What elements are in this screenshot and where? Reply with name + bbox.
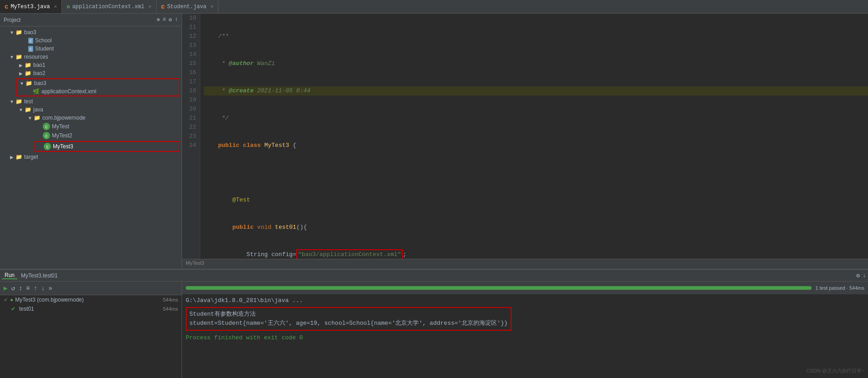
tab-student-label: Student.java [167, 4, 206, 10]
arrow-bao3: ▼ [9, 30, 15, 35]
more-btn[interactable]: » [48, 284, 53, 293]
class-icon-student: c [28, 46, 33, 52]
folder-icon-bao3-res: 📁 [25, 80, 32, 86]
up-btn[interactable]: ↑ [33, 284, 38, 293]
tab-mytest3[interactable]: c MyTest3.java × [0, 0, 62, 13]
sidebar-item-bao3-res[interactable]: ▼ 📁 bao3 [17, 79, 179, 87]
sidebar-item-bao3-main[interactable]: ▼ 📁 bao3 [0, 28, 182, 36]
sidebar-item-mytest2[interactable]: c MyTest2 [0, 131, 182, 140]
tab-mytest3-label: MyTest3.java [10, 4, 50, 10]
folder-icon-resources: 📁 [15, 54, 22, 60]
sidebar-item-school[interactable]: c School [0, 36, 182, 45]
pass-icon-suite: ● [10, 297, 13, 303]
console-text-1: Student有参数构造方法 [189, 311, 256, 318]
test-suite-label: MyTest3 (com.bjpowernode) [15, 297, 84, 303]
code-line-13: */ [204, 114, 868, 123]
sidebar-icon-1[interactable]: ⊕ [157, 16, 160, 23]
sidebar-item-resources[interactable]: ▼ 📁 resources [0, 53, 182, 61]
sidebar-item-bao1[interactable]: ▶ 📁 bao1 [0, 61, 182, 69]
down-btn[interactable]: ↓ [40, 284, 46, 293]
console-line3: Process finished with exit code 0 [186, 333, 864, 343]
console-line2: student=Student{name='王六六', age=19, scho… [189, 319, 508, 328]
progress-bar-container [186, 286, 812, 290]
progress-label: 1 test passed · 544ms [815, 285, 864, 291]
sidebar-item-student[interactable]: c Student [0, 45, 182, 53]
xml-icon: ✿ [66, 3, 70, 10]
sidebar-icon-4[interactable]: ↕ [175, 16, 178, 23]
sidebar-item-appctx-xml[interactable]: 🌿 applicationContext.xml [17, 87, 179, 96]
run-panel: ▶ ↺ ↕ ≡ ↑ ↓ » ✓ ● MyTest3 (com.bjpowerno… [0, 282, 868, 378]
check-icon-suite: ✓ [4, 297, 8, 303]
code-content[interactable]: /** * @author WanZi * @create 2021-11-05… [200, 14, 868, 259]
arrow-bao2: ▶ [18, 71, 24, 76]
arrow-mytest3 [37, 144, 43, 149]
xml-icon-appctx: 🌿 [33, 88, 40, 95]
java-test-icon-mytest3: c [44, 143, 51, 150]
run-toolbar: ▶ ↺ ↕ ≡ ↑ ↓ » [0, 282, 182, 295]
rerun-btn[interactable]: ↺ [10, 283, 15, 293]
tab-student[interactable]: c Student.java × [157, 0, 218, 13]
label-java: java [33, 106, 43, 113]
tab-student-close[interactable]: × [211, 4, 214, 10]
code-area[interactable]: 10 11 12 13 14 15 16 17 18 19 20 21 22 2… [182, 14, 868, 259]
arrow-java: ▼ [18, 107, 24, 112]
folder-icon-bao2: 📁 [25, 70, 31, 76]
bottom-tab-bar: Run MyTest3.test01 ⚙ ↓ [0, 270, 868, 282]
code-line-10: /** [204, 32, 868, 41]
tab-mytest3-close[interactable]: × [54, 4, 57, 10]
console-path: G:\Java\jdk1.8.0_281\bin\java ... [186, 297, 303, 304]
tab-appctx[interactable]: ✿ applicationContext.xml × [62, 0, 156, 13]
breadcrumb-text: MyTest3 [186, 260, 204, 266]
console-path-line: G:\Java\jdk1.8.0_281\bin\java ... [186, 296, 864, 305]
test-case-item[interactable]: ✔ test01 544ms [0, 304, 182, 313]
label-mytest3: MyTest3 [53, 143, 73, 150]
java-test-icon-mytest2: c [43, 132, 50, 139]
arrow-mytest [36, 124, 42, 129]
java-icon: c [5, 3, 8, 10]
folder-icon-test: 📁 [15, 98, 22, 105]
arrow-school [22, 38, 27, 43]
run-progress: 1 test passed · 544ms [182, 282, 868, 294]
sidebar-item-com[interactable]: ▼ 📁 com.bjpowernode [0, 114, 182, 122]
sidebar-item-test[interactable]: ▼ 📁 test [0, 97, 182, 106]
label-bao3-res: bao3 [34, 80, 46, 86]
sidebar-item-mytest[interactable]: c MyTest [0, 122, 182, 131]
label-com: com.bjpowernode [42, 115, 86, 121]
sidebar-item-java[interactable]: ▼ 📁 java [0, 106, 182, 114]
label-target: target [24, 154, 38, 160]
label-appctx-xml: applicationContext.xml [41, 88, 96, 95]
sort-btn[interactable]: ↕ [18, 284, 23, 293]
tab-appctx-close[interactable]: × [148, 4, 152, 10]
test-case-time: 544ms [163, 306, 178, 312]
folder-icon-bao1: 📁 [25, 62, 31, 68]
tab-appctx-label: applicationContext.xml [72, 4, 144, 10]
label-bao1: bao1 [33, 62, 46, 68]
label-bao3: bao3 [24, 29, 36, 35]
arrow-mytest2 [36, 133, 42, 138]
arrow-student [22, 46, 27, 51]
sidebar-header: Project ⊕ ≡ ⚙ ↕ [0, 14, 182, 26]
java-test-icon-mytest: c [43, 123, 50, 130]
code-line-15 [204, 168, 868, 177]
test-case-label: test01 [19, 306, 34, 312]
sidebar-icon-2[interactable]: ≡ [162, 16, 166, 23]
settings-icon[interactable]: ⚙ [856, 272, 860, 279]
sidebar-item-target[interactable]: ▶ 📁 target [0, 153, 182, 161]
close-bottom-icon[interactable]: ↓ [863, 272, 866, 279]
run-btn[interactable]: ▶ [3, 283, 8, 293]
class-icon-school: c [28, 38, 33, 44]
line-numbers: 10 11 12 13 14 15 16 17 18 19 20 21 22 2… [182, 14, 200, 259]
filter-btn[interactable]: ≡ [25, 284, 30, 293]
sidebar-toolbar: ⊕ ≡ ⚙ ↕ [157, 16, 178, 23]
pass-icon-case: ✔ [11, 306, 15, 312]
test-suite-item[interactable]: ✓ ● MyTest3 (com.bjpowernode) 544ms [0, 295, 182, 304]
sidebar-icon-3[interactable]: ⚙ [169, 16, 172, 23]
sidebar-item-bao2[interactable]: ▶ 📁 bao2 [0, 69, 182, 77]
bottom-panel: Run MyTest3.test01 ⚙ ↓ ▶ ↺ ↕ ≡ ↑ ↓ » ✓ ●… [0, 269, 868, 378]
sidebar-item-mytest3[interactable]: c MyTest3 [36, 142, 179, 151]
code-line-11: * @author WanZi [204, 59, 868, 68]
file-tree: ▼ 📁 bao3 c School c Student ▼ 📁 resource… [0, 26, 182, 163]
run-sidebar: ▶ ↺ ↕ ≡ ↑ ↓ » ✓ ● MyTest3 (com.bjpowerno… [0, 282, 182, 378]
progress-bar-fill [186, 286, 812, 290]
bottom-tab-run[interactable]: Run [2, 272, 17, 279]
